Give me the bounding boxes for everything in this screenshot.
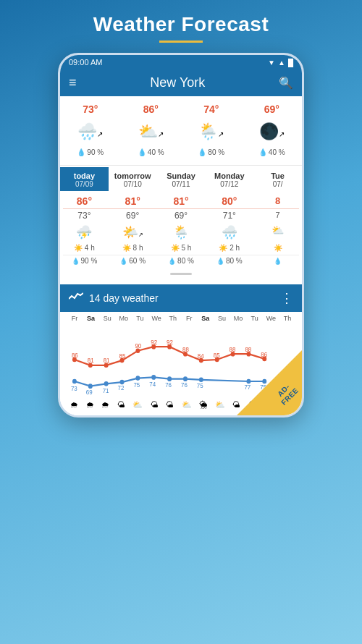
daily-low-tomorrow: 69° — [109, 209, 157, 222]
hourly-rain-0: 💧 90 % — [60, 145, 121, 159]
hourly-icon-1: ⛅↗ — [121, 119, 182, 144]
status-bar: 09:00 AM ▼▲█ — [60, 55, 302, 69]
daily-sun-monday: ☀️ 2 h — [205, 242, 253, 253]
hourly-item-0: 73° — [60, 101, 121, 118]
status-icons: ▼▲█ — [268, 59, 293, 67]
day-label-su2: Su — [214, 315, 229, 322]
svg-point-26 — [72, 379, 77, 384]
phone-content: 73° 86° 74° 69° 🌧️↗ ⛅↗ 🌦️↗ 🌑↗ — [60, 96, 302, 415]
daily-header-tomorrow[interactable]: tomorrow 07/10 — [109, 167, 157, 191]
svg-text:92: 92 — [151, 338, 157, 346]
hourly-rain-3: 💧 40 % — [242, 145, 303, 159]
daily-day-sunday: Sunday — [159, 171, 204, 180]
day-label-fr2: Fr — [182, 315, 196, 322]
daily-divider-red — [63, 208, 299, 209]
daily-header-monday[interactable]: Monday 07/12 — [205, 167, 253, 191]
hourly-icon-2: 🌦️↗ — [181, 119, 242, 144]
hamburger-icon[interactable]: ≡ — [69, 75, 77, 90]
daily-day-tomorrow: tomorrow — [110, 171, 156, 180]
svg-text:92: 92 — [167, 338, 173, 346]
hourly-icons-row: 🌧️↗ ⛅↗ 🌦️↗ 🌑↗ — [60, 118, 302, 145]
daily-sun-row: ☀️ 4 h ☀️ 8 h ☀️ 5 h ☀️ 2 h ☀️ — [60, 242, 302, 253]
hourly-temp-2: 74° — [182, 103, 240, 115]
hourly-item-3: 69° — [242, 101, 303, 118]
hourly-rain-2: 💧 80 % — [181, 145, 242, 159]
daily-header-sunday[interactable]: Sunday 07/11 — [157, 167, 206, 191]
chart-icon-3: 🌤 — [117, 400, 125, 410]
daily-day-tue: Tue — [255, 171, 300, 180]
chart-icon-2: 🌧 — [101, 400, 109, 410]
day-label-su1: Su — [100, 315, 114, 322]
forecast14-label: 14 day weather — [89, 292, 159, 304]
daily-date-monday: 07/12 — [206, 180, 252, 188]
daily-sun-today: ☀️ 4 h — [60, 242, 109, 253]
daily-high-monday: 80° — [205, 194, 253, 208]
day-label-sa2: Sa — [198, 315, 213, 322]
hourly-section: 73° 86° 74° 69° 🌧️↗ ⛅↗ 🌦️↗ 🌑↗ — [60, 96, 302, 164]
daily-header-today[interactable]: today 07/09 — [60, 167, 109, 191]
day-label-we1: We — [149, 315, 164, 322]
page-title-text: Weather Forecast — [93, 13, 269, 36]
daily-date-tue: 07/ — [255, 180, 300, 188]
forecast14-header: 14 day weather ⋮ — [60, 284, 302, 312]
hourly-item-1: 86° — [121, 101, 182, 118]
scroll-indicator — [170, 273, 192, 275]
daily-low-today: 73° — [60, 209, 109, 222]
day-label-sa1: Sa — [84, 315, 98, 322]
svg-text:88: 88 — [230, 345, 236, 353]
divider-1 — [60, 165, 302, 166]
daily-day-monday: Monday — [206, 171, 252, 180]
daily-icon-tomorrow: 🌤️↗ — [109, 222, 157, 242]
svg-text:72: 72 — [118, 384, 125, 392]
day-label-mo1: Mo — [117, 315, 131, 322]
hourly-temp-0: 73° — [62, 103, 119, 115]
forecast14-chart-icon — [69, 292, 83, 305]
hourly-icon-0: 🌧️↗ — [60, 119, 121, 144]
daily-high-tue: 8 — [253, 194, 302, 208]
svg-text:84: 84 — [198, 352, 204, 360]
daily-section: today 07/09 tomorrow 07/10 Sunday 07/11 … — [60, 167, 302, 279]
ad-free-badge: AD-FREE — [237, 350, 302, 415]
day-label-th2: Th — [280, 315, 295, 322]
hourly-temp-1: 86° — [122, 103, 180, 115]
daily-icon-sunday: 🌦️ — [157, 222, 206, 242]
daily-temps-high: 86° 81° 81° 80° 8 — [60, 194, 302, 208]
daily-date-sunday: 07/11 — [159, 180, 204, 188]
svg-text:90: 90 — [135, 342, 141, 350]
svg-text:74: 74 — [149, 380, 156, 388]
daily-icon-monday: 🌧️ — [205, 222, 253, 242]
day-label-tu2: Tu — [248, 315, 262, 322]
day-label-mo2: Mo — [231, 315, 245, 322]
chart-icon-5: 🌤 — [151, 400, 159, 410]
svg-text:86: 86 — [72, 351, 78, 359]
daily-low-monday: 71° — [205, 209, 253, 222]
chart-icon-0: 🌧 — [70, 400, 78, 410]
svg-point-31 — [151, 375, 156, 380]
daily-low-sunday: 69° — [157, 209, 206, 222]
status-time: 09:00 AM — [69, 58, 102, 67]
svg-text:76: 76 — [165, 381, 172, 389]
chart-icon-7: ⛅ — [182, 400, 192, 410]
search-icon[interactable]: 🔍 — [279, 76, 293, 90]
hourly-rain-row: 💧 90 % 💧 40 % 💧 80 % 💧 40 % — [60, 145, 302, 159]
svg-text:88: 88 — [182, 345, 189, 353]
svg-text:81: 81 — [88, 357, 94, 365]
city-name: New York — [150, 75, 205, 90]
top-bar: ≡ New York 🔍 — [60, 69, 302, 96]
daily-rain-sunday: 💧 80 % — [157, 257, 206, 265]
chart-icon-9: ⛅ — [215, 400, 225, 410]
daily-temps-low: 73° 69° 69° 71° 7 — [60, 209, 302, 222]
daily-rain-tue: 💧 — [253, 257, 302, 265]
phone-frame: 09:00 AM ▼▲█ ≡ New York 🔍 73° 86° 74° — [58, 53, 304, 418]
svg-point-28 — [104, 381, 109, 386]
day-label-th1: Th — [166, 315, 180, 322]
svg-text:85: 85 — [119, 352, 126, 360]
day-label-fr: Fr — [67, 315, 82, 322]
forecast14-menu-icon[interactable]: ⋮ — [280, 290, 293, 306]
daily-icons-row: ⛈️ 🌤️↗ 🌦️ 🌧️ ⛅ — [60, 222, 302, 242]
daily-day-today: today — [62, 171, 107, 180]
daily-high-tomorrow: 81° — [109, 194, 157, 208]
daily-header-tue[interactable]: Tue 07/ — [253, 167, 302, 191]
daily-rain-row: 💧 90 % 💧 60 % 💧 80 % 💧 80 % 💧 — [60, 257, 302, 269]
daily-sun-tomorrow: ☀️ 8 h — [109, 242, 157, 253]
